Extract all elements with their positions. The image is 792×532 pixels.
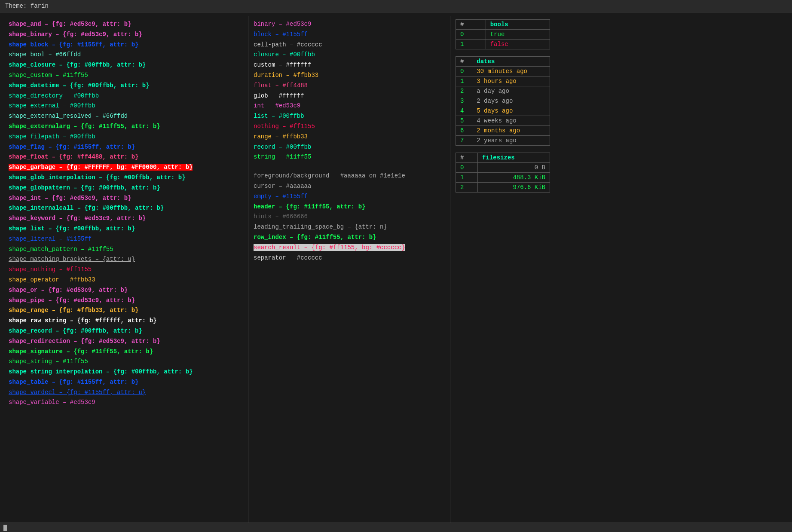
main-container: shape_and – {fg: #ed53c9, attr: b} shape… — [0, 12, 792, 531]
middle-panel[interactable]: binary – #ed53c9 block – #1155ff cell-pa… — [248, 16, 450, 527]
code-line: binary – #ed53c9 — [254, 19, 445, 30]
dates-index-7: 7 — [456, 136, 472, 146]
code-line: header – {fg: #11ff55, attr: b} — [254, 202, 445, 212]
table-row: 5 4 weeks ago — [456, 116, 550, 126]
filesizes-col-label: filesizes — [478, 153, 550, 163]
code-line: list – #00ffbb — [254, 111, 445, 122]
table-row: 6 2 months ago — [456, 126, 550, 136]
code-line: shape_bool – #66ffdd — [9, 50, 243, 60]
dates-val-5: 4 weeks ago — [472, 116, 550, 126]
bools-false: false — [486, 40, 550, 49]
filesizes-col-hash: # — [456, 153, 478, 163]
dates-index-6: 6 — [456, 126, 472, 136]
table-row: 2 a day ago — [456, 86, 550, 96]
code-line: string – #11ff55 — [254, 152, 445, 162]
code-line: shape_block – {fg: #1155ff, attr: b} — [9, 40, 243, 50]
bools-true: true — [486, 30, 550, 40]
code-line: shape_closure – {fg: #00ffbb, attr: b} — [9, 60, 243, 70]
code-line: closure – #00ffbb — [254, 50, 445, 60]
code-line: shape_external – #00ffbb — [9, 101, 243, 111]
code-line: cursor – #aaaaaa — [254, 181, 445, 192]
code-line: int – #ed53c9 — [254, 101, 445, 111]
code-line: shape_pipe – {fg: #ed53c9, attr: b} — [9, 296, 243, 306]
table-row: 2 976.6 KiB — [456, 183, 550, 193]
dates-val-4: 5 days ago — [472, 106, 550, 116]
code-line: shape_range – {fg: #ffbb33, attr: b} — [9, 306, 243, 316]
dates-index-5: 5 — [456, 116, 472, 126]
code-line: shape_glob_interpolation – {fg: #00ffbb,… — [9, 173, 243, 183]
code-line: shape_literal – #1155ff — [9, 234, 243, 245]
code-line: shape_operator – #ffbb33 — [9, 275, 243, 285]
code-line: shape_int – {fg: #ed53c9, attr: b} — [9, 193, 243, 204]
code-line: shape_externalarg – {fg: #11ff55, attr: … — [9, 122, 243, 132]
code-line: glob – #ffffff — [254, 91, 445, 101]
code-line: shape_matching_brackets – {attr: u} — [9, 254, 243, 265]
dates-col-label: dates — [472, 57, 550, 67]
table-row: 0 0 B — [456, 163, 550, 173]
dates-index-3: 3 — [456, 96, 472, 106]
title-text: Theme: farin — [5, 3, 49, 9]
code-line: row_index – {fg: #11ff55, attr: b} — [254, 232, 445, 243]
code-line: shape_vardecl – {fg: #1155ff, attr: u} — [9, 388, 243, 398]
code-line: shape_flag – {fg: #1155ff, attr: b} — [9, 142, 243, 153]
bools-col-hash: # — [456, 20, 486, 30]
code-line: shape_custom – #11ff55 — [9, 70, 243, 81]
code-line: shape_filepath – #00ffbb — [9, 132, 243, 142]
code-line: shape_string – #11ff55 — [9, 357, 243, 367]
code-line: shape_globpattern – {fg: #00ffbb, attr: … — [9, 183, 243, 193]
dates-val-0: 30 minutes ago — [472, 67, 550, 76]
dates-index-0: 0 — [456, 67, 472, 76]
code-line: hints – #666666 — [254, 212, 445, 222]
cursor-indicator — [3, 525, 7, 531]
code-line: block – #1155ff — [254, 30, 445, 40]
table-row: 1 3 hours ago — [456, 76, 550, 86]
code-line: shape_keyword – {fg: #ed53c9, attr: b} — [9, 214, 243, 224]
filesizes-index-0: 0 — [456, 163, 478, 173]
code-line: nothing – #ff1155 — [254, 122, 445, 132]
dates-table: # dates 0 30 minutes ago 1 3 hours ago 2… — [456, 56, 550, 146]
code-line: leading_trailing_space_bg – {attr: n} — [254, 222, 445, 232]
code-line: shape_or – {fg: #ed53c9, attr: b} — [9, 285, 243, 296]
code-line: record – #00ffbb — [254, 142, 445, 153]
dates-col-hash: # — [456, 57, 472, 67]
code-line: shape_external_resolved – #66ffdd — [9, 111, 243, 122]
table-row: 1 false — [456, 40, 550, 49]
filesizes-val-1: 488.3 KiB — [478, 173, 550, 183]
code-line: shape_signature – {fg: #11ff55, attr: b} — [9, 347, 243, 357]
status-bar — [0, 523, 792, 532]
code-line: shape_string_interpolation – {fg: #00ffb… — [9, 367, 243, 377]
code-line: shape_record – {fg: #00ffbb, attr: b} — [9, 326, 243, 336]
code-line: shape_redirection – {fg: #ed53c9, attr: … — [9, 336, 243, 347]
dates-val-7: 2 years ago — [472, 136, 550, 146]
code-line-garbage: shape_garbage – {fg: #FFFFFF, bg: #FF000… — [9, 162, 243, 173]
code-line: float – #ff4488 — [254, 81, 445, 91]
bools-table: # bools 0 true 1 false — [456, 19, 550, 49]
code-line: shape_internalcall – {fg: #00ffbb, attr:… — [9, 203, 243, 214]
dates-index-2: 2 — [456, 86, 472, 96]
dates-index-1: 1 — [456, 76, 472, 86]
left-panel[interactable]: shape_and – {fg: #ed53c9, attr: b} shape… — [3, 16, 248, 527]
code-line-search: search_result – {fg: #ff1155, bg: #ccccc… — [254, 243, 445, 253]
code-line: shape_list – {fg: #00ffbb, attr: b} — [9, 224, 243, 234]
code-line: range – #ffbb33 — [254, 132, 445, 142]
dates-val-6: 2 months ago — [472, 126, 550, 136]
code-line: shape_match_pattern – #11ff55 — [9, 245, 243, 255]
filesizes-index-1: 1 — [456, 173, 478, 183]
table-row: 4 5 days ago — [456, 106, 550, 116]
table-row: 0 30 minutes ago — [456, 67, 550, 76]
code-line: foreground/background – #aaaaaa on #1e1e… — [254, 171, 445, 181]
code-line: separator – #cccccc — [254, 253, 445, 263]
code-line: cell-path – #cccccc — [254, 40, 445, 50]
table-row: 7 2 years ago — [456, 136, 550, 146]
code-line: shape_directory – #00ffbb — [9, 91, 243, 101]
right-panel: # bools 0 true 1 false # dates — [450, 16, 789, 527]
bools-col-label: bools — [486, 20, 550, 30]
table-row: 1 488.3 KiB — [456, 173, 550, 183]
code-line: shape_raw_string – {fg: #ffffff, attr: b… — [9, 316, 243, 326]
table-row: 3 2 days ago — [456, 96, 550, 106]
code-line: shape_datetime – {fg: #00ffbb, attr: b} — [9, 81, 243, 91]
table-row: 0 true — [456, 30, 550, 40]
bools-index-0: 0 — [456, 30, 486, 40]
code-line: shape_nothing – #ff1155 — [9, 265, 243, 275]
dates-val-2: a day ago — [472, 86, 550, 96]
